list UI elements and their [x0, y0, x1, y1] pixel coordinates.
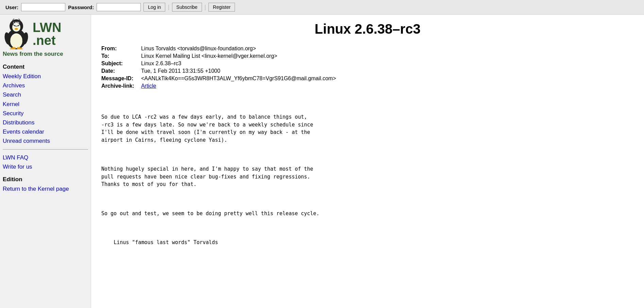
sidebar-item-lwn-faq[interactable]: LWN FAQ — [3, 153, 88, 162]
article-title: Linux 2.6.38–rc3 — [101, 21, 634, 37]
paragraph-2: Nothing hugely special in here, and I'm … — [101, 165, 634, 188]
email-meta: From: Linus Torvalds <torvalds@linux-fou… — [101, 45, 634, 90]
logo-lwn: LWN.net — [33, 21, 61, 47]
meta-messageid-row: Message-ID: <AANLkTik4Ko==G5s3WR8HT3ALW_… — [101, 75, 339, 82]
archive-link[interactable]: Article — [141, 83, 156, 89]
meta-messageid-value: <AANLkTik4Ko==G5s3WR8HT3ALW_Yf6ybmC78=Vg… — [141, 75, 339, 82]
sidebar-item-search[interactable]: Search — [3, 90, 88, 99]
content-section-title: Content — [3, 64, 88, 70]
svg-point-1 — [10, 33, 22, 48]
meta-archivelink-row: Archive-link: Article — [101, 82, 339, 90]
password-input[interactable] — [97, 3, 141, 11]
logo-area: LWN LWN.net — [3, 19, 88, 49]
meta-archivelink-label: Archive-link: — [101, 82, 141, 90]
sidebar-item-events[interactable]: Events calendar — [3, 127, 88, 136]
paragraph-3: So go out and test, we seem to be doing … — [101, 210, 634, 218]
separator-1: | — [168, 4, 169, 10]
register-button[interactable]: Register — [208, 3, 235, 12]
meta-subject-value: Linux 2.6.38–rc3 — [141, 60, 339, 67]
meta-from-row: From: Linus Torvalds <torvalds@linux-fou… — [101, 45, 339, 52]
tagline: News from the source — [3, 51, 88, 57]
user-label: User: — [5, 4, 18, 10]
sidebar-item-archives[interactable]: Archives — [3, 81, 88, 90]
svg-text:LWN: LWN — [13, 21, 19, 24]
sidebar-item-unread-comments[interactable]: Unread comments — [3, 136, 88, 146]
article-body: So due to LCA -rc2 was a few days early,… — [101, 98, 634, 268]
sidebar-divider — [3, 149, 88, 150]
password-label: Password: — [68, 4, 94, 10]
sidebar-item-security[interactable]: Security — [3, 109, 88, 118]
meta-subject-label: Subject: — [101, 60, 141, 67]
sidebar-item-weekly-edition[interactable]: Weekly Edition — [3, 72, 88, 81]
paragraph-4: Linus "famous last words" Torvalds — [101, 239, 634, 246]
meta-to-label: To: — [101, 52, 141, 60]
meta-to-row: To: Linux Kernel Mailing List <linux-ker… — [101, 52, 339, 60]
svg-point-8 — [15, 28, 18, 30]
tux-icon: LWN — [3, 19, 30, 49]
user-input[interactable] — [21, 3, 65, 11]
logo-net-text: .net — [33, 33, 56, 48]
meta-messageid-label: Message-ID: — [101, 75, 141, 82]
sidebar-item-distributions[interactable]: Distributions — [3, 118, 88, 127]
separator-2: | — [205, 4, 206, 10]
logo-text-area: LWN.net — [33, 21, 61, 47]
meta-from-value: Linus Torvalds <torvalds@linux-foundatio… — [141, 45, 339, 52]
meta-date-label: Date: — [101, 67, 141, 75]
meta-date-value: Tue, 1 Feb 2011 13:31:55 +1000 — [141, 67, 339, 75]
sidebar-item-return-kernel[interactable]: Return to the Kernel page — [3, 184, 88, 193]
login-button[interactable]: Log in — [143, 3, 165, 12]
meta-from-label: From: — [101, 45, 141, 52]
edition-section-title: Edition — [3, 176, 88, 183]
meta-date-row: Date: Tue, 1 Feb 2011 13:31:55 +1000 — [101, 67, 339, 75]
meta-to-value: Linux Kernel Mailing List <linux-kernel@… — [141, 52, 339, 60]
subscribe-button[interactable]: Subscribe — [172, 3, 202, 12]
meta-archivelink-value: Article — [141, 82, 339, 90]
sidebar-item-write-for-us[interactable]: Write for us — [3, 162, 88, 171]
sidebar-item-kernel[interactable]: Kernel — [3, 100, 88, 109]
paragraph-1: So due to LCA -rc2 was a few days early,… — [101, 113, 634, 144]
meta-subject-row: Subject: Linux 2.6.38–rc3 — [101, 60, 339, 67]
